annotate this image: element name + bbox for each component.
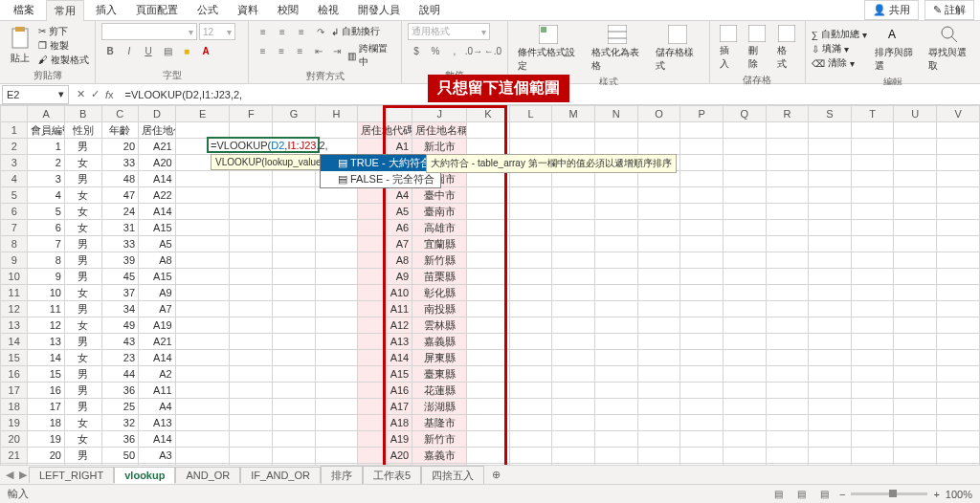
cell[interactable] xyxy=(509,334,552,350)
cell[interactable] xyxy=(594,431,637,448)
cell[interactable] xyxy=(766,155,809,171)
cell[interactable] xyxy=(809,236,852,252)
cell[interactable] xyxy=(723,187,766,204)
cell[interactable] xyxy=(637,334,680,350)
font-color-button[interactable]: A xyxy=(197,42,214,59)
cell-styles-button[interactable]: 儲存格樣式 xyxy=(652,23,703,75)
tab-review[interactable]: 校閱 xyxy=(270,0,306,20)
cell[interactable]: 18 xyxy=(28,415,65,431)
cell[interactable] xyxy=(594,139,637,155)
cell[interactable] xyxy=(467,415,510,431)
cell[interactable] xyxy=(851,269,894,285)
cell[interactable] xyxy=(937,350,980,366)
cell[interactable] xyxy=(680,383,724,399)
cell[interactable] xyxy=(273,301,316,317)
row-header[interactable]: 21 xyxy=(1,448,28,464)
cell[interactable] xyxy=(937,431,980,448)
cell[interactable] xyxy=(594,285,637,301)
cell[interactable]: 17 xyxy=(28,399,65,415)
cell[interactable] xyxy=(230,171,273,187)
cell[interactable] xyxy=(937,285,980,301)
col-header[interactable]: B xyxy=(64,106,101,122)
autocomplete-popup[interactable]: ▤TRUE - 大約符合 ▤FALSE - 完全符合 xyxy=(320,154,441,188)
cell[interactable] xyxy=(552,171,595,187)
cell[interactable] xyxy=(315,448,358,464)
cell[interactable] xyxy=(894,431,937,448)
cell[interactable]: A5 xyxy=(139,236,176,252)
cell[interactable]: A17 xyxy=(358,399,412,415)
bold-button[interactable]: B xyxy=(101,42,119,59)
cell[interactable] xyxy=(809,122,852,139)
cell[interactable] xyxy=(680,122,724,139)
cell[interactable] xyxy=(315,366,358,383)
cell[interactable] xyxy=(230,366,273,383)
paste-button[interactable]: 貼上 xyxy=(6,25,34,67)
align-center-button[interactable]: ≡ xyxy=(273,42,289,59)
cell[interactable]: 女 xyxy=(64,187,101,204)
row-header[interactable]: 3 xyxy=(1,155,28,171)
cell[interactable] xyxy=(851,252,894,269)
sort-filter-button[interactable]: A排序與篩選 xyxy=(871,23,921,75)
cell[interactable]: 12 xyxy=(28,317,65,334)
col-header[interactable]: F xyxy=(230,106,273,122)
cell[interactable] xyxy=(766,301,809,317)
cell[interactable] xyxy=(273,236,316,252)
cell[interactable]: 花蓮縣 xyxy=(412,383,467,399)
cell[interactable] xyxy=(552,448,595,464)
cancel-edit-button[interactable]: ✕ xyxy=(77,88,85,100)
cell[interactable] xyxy=(273,187,316,204)
cell[interactable]: 男 xyxy=(64,301,101,317)
cell[interactable] xyxy=(552,431,595,448)
cell[interactable] xyxy=(894,317,937,334)
cell[interactable] xyxy=(467,301,510,317)
col-header[interactable]: N xyxy=(594,106,637,122)
cell[interactable] xyxy=(637,301,680,317)
cell[interactable] xyxy=(552,220,595,236)
cell[interactable] xyxy=(723,317,766,334)
cell[interactable] xyxy=(315,301,358,317)
cell[interactable] xyxy=(680,187,724,204)
cell[interactable] xyxy=(809,220,852,236)
format-cells-button[interactable]: 格式 xyxy=(773,23,798,73)
cell[interactable] xyxy=(766,399,809,415)
cell[interactable] xyxy=(809,139,852,155)
cell[interactable] xyxy=(175,448,230,464)
copy-button[interactable]: ❐複製 xyxy=(38,39,89,53)
cell[interactable] xyxy=(315,415,358,431)
cell[interactable] xyxy=(467,236,510,252)
cell[interactable] xyxy=(467,252,510,269)
cell[interactable] xyxy=(315,334,358,350)
cell[interactable] xyxy=(509,366,552,383)
cell[interactable] xyxy=(723,285,766,301)
cell[interactable]: A21 xyxy=(139,334,176,350)
tab-developer[interactable]: 開發人員 xyxy=(350,0,408,20)
cell[interactable] xyxy=(175,431,230,448)
cell[interactable] xyxy=(175,366,230,383)
cell[interactable]: 新竹市 xyxy=(412,431,467,448)
cell[interactable] xyxy=(680,236,724,252)
row-header[interactable]: 15 xyxy=(1,350,28,366)
cell[interactable] xyxy=(851,431,894,448)
sheet-tab-2[interactable]: AND_OR xyxy=(175,467,240,483)
cell[interactable]: 48 xyxy=(101,171,139,187)
cell[interactable]: 23 xyxy=(101,350,139,366)
row-header[interactable]: 16 xyxy=(1,366,28,383)
cell[interactable] xyxy=(637,236,680,252)
cell[interactable] xyxy=(851,383,894,399)
cell[interactable] xyxy=(315,285,358,301)
tab-pagelayout[interactable]: 頁面配置 xyxy=(128,0,186,20)
cell[interactable] xyxy=(680,415,724,431)
cell[interactable] xyxy=(680,431,724,448)
cell[interactable] xyxy=(273,383,316,399)
align-left-button[interactable]: ≡ xyxy=(255,42,271,59)
cell[interactable]: A8 xyxy=(358,252,412,269)
cell[interactable] xyxy=(315,236,358,252)
cell[interactable]: 雲林縣 xyxy=(412,317,467,334)
row-header[interactable]: 4 xyxy=(1,171,28,187)
fill-color-button[interactable]: ■ xyxy=(178,42,195,59)
cell[interactable] xyxy=(723,383,766,399)
cell[interactable] xyxy=(273,366,316,383)
col-header[interactable]: D xyxy=(139,106,176,122)
cell[interactable] xyxy=(766,334,809,350)
cell[interactable]: 男 xyxy=(64,334,101,350)
